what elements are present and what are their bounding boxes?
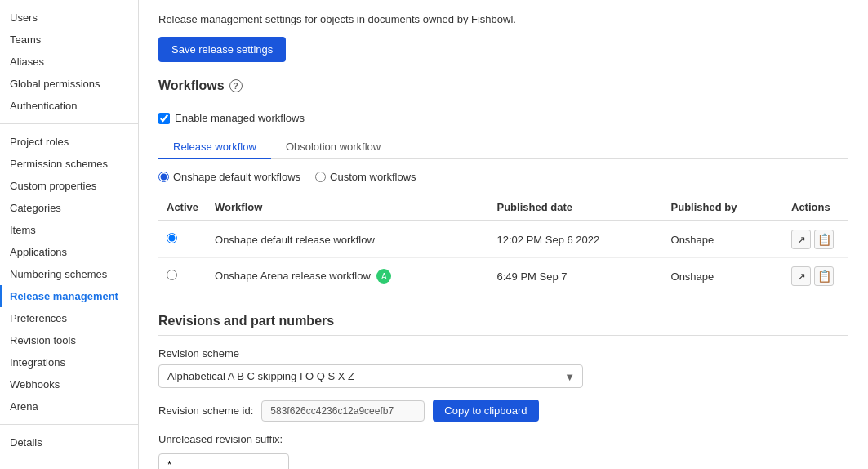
sidebar-divider-2 (0, 424, 138, 425)
row1-active-cell (158, 221, 207, 258)
sidebar-item-revision-tools[interactable]: Revision tools (0, 329, 138, 351)
workflow-table: Active Workflow Published date Published… (158, 194, 848, 294)
sidebar-item-items[interactable]: Items (0, 219, 138, 241)
sidebar-item-arena[interactable]: Arena (0, 395, 138, 418)
revisions-section-title: Revisions and part numbers (158, 314, 848, 328)
custom-workflows-radio[interactable] (315, 172, 326, 182)
sidebar-item-aliases[interactable]: Aliases (0, 51, 138, 73)
arena-icon: A (376, 269, 391, 284)
row1-published-by-cell: Onshape (663, 221, 783, 258)
row2-active-radio[interactable] (167, 270, 177, 280)
sidebar-item-applications[interactable]: Applications (0, 241, 138, 263)
page-description: Release management settings for objects … (158, 13, 848, 25)
main-content: Release management settings for objects … (139, 0, 868, 469)
sidebar: Users Teams Aliases Global permissions A… (0, 0, 139, 469)
row2-action-icons: ↗ 📋 (791, 266, 840, 286)
sidebar-item-numbering-schemes[interactable]: Numbering schemes (0, 263, 138, 285)
sidebar-item-permission-schemes[interactable]: Permission schemes (0, 153, 138, 175)
revisions-section: Revisions and part numbers Revision sche… (158, 314, 848, 469)
row1-copy-icon[interactable]: 📋 (814, 230, 834, 249)
workflow-tabs: Release workflow Obsolotion workflow (158, 136, 848, 159)
row2-workflow-cell: Onshape Arena release workflow A (207, 258, 488, 295)
workflows-help-icon[interactable]: ? (229, 79, 243, 92)
table-row: Onshape Arena release workflow A 6:49 PM… (158, 258, 848, 295)
sidebar-item-global-permissions[interactable]: Global permissions (0, 73, 138, 95)
custom-workflows-radio-label[interactable]: Custom workflows (315, 171, 416, 183)
revision-scheme-id-label: Revision scheme id: (158, 404, 253, 417)
workflows-divider (158, 100, 848, 100)
copy-to-clipboard-button[interactable]: Copy to clipboard (433, 400, 538, 422)
row1-actions-cell: ↗ 📋 (783, 221, 848, 258)
sidebar-divider-1 (0, 123, 138, 124)
col-header-actions: Actions (783, 194, 848, 221)
unreleased-suffix-label: Unreleased revision suffix: (158, 433, 848, 445)
col-header-active: Active (158, 194, 207, 221)
sidebar-item-webhooks[interactable]: Webhooks (0, 373, 138, 395)
tab-release-workflow[interactable]: Release workflow (158, 136, 271, 159)
row2-active-cell (158, 258, 207, 295)
tab-obsolotion-workflow[interactable]: Obsolotion workflow (271, 136, 395, 159)
row2-published-date-cell: 6:49 PM Sep 7 (489, 258, 663, 295)
revisions-divider (158, 335, 848, 336)
row2-published-by-cell: Onshape (663, 258, 783, 295)
row1-published-date-cell: 12:02 PM Sep 6 2022 (489, 221, 663, 258)
revision-scheme-label: Revision scheme (158, 347, 848, 360)
unreleased-suffix-field: Unreleased revision suffix: (158, 433, 848, 469)
onshape-default-radio[interactable] (158, 172, 169, 182)
save-release-settings-button[interactable]: Save release settings (158, 37, 286, 62)
enable-managed-workflows-row: Enable managed workflows (158, 112, 848, 124)
col-header-published-by: Published by (663, 194, 783, 221)
workflows-section: Workflows ? Enable managed workflows Rel… (158, 78, 848, 294)
revision-scheme-select[interactable]: Alphabetical A B C skipping I O Q S X Z … (158, 364, 583, 388)
revision-scheme-select-wrapper: Alphabetical A B C skipping I O Q S X Z … (158, 364, 583, 388)
row1-active-radio[interactable] (167, 233, 177, 243)
col-header-workflow: Workflow (207, 194, 488, 221)
sidebar-item-release-management[interactable]: Release management (0, 285, 138, 307)
sidebar-item-project-roles[interactable]: Project roles (0, 131, 138, 153)
workflows-section-title: Workflows ? (158, 78, 848, 93)
sidebar-item-details[interactable]: Details (0, 431, 138, 453)
enable-managed-workflows-label[interactable]: Enable managed workflows (175, 112, 305, 124)
col-header-published-date: Published date (489, 194, 663, 221)
revision-scheme-id-value: 583f626cc4236c12a9ceefb7 (261, 400, 425, 422)
sidebar-item-users[interactable]: Users (0, 7, 138, 29)
sidebar-item-integrations[interactable]: Integrations (0, 351, 138, 373)
row1-workflow-cell: Onshape default release workflow (207, 221, 488, 258)
row1-action-icons: ↗ 📋 (791, 230, 840, 249)
sidebar-item-teams[interactable]: Teams (0, 29, 138, 51)
sidebar-item-authentication[interactable]: Authentication (0, 95, 138, 117)
workflow-type-radio-row: Onshape default workflows Custom workflo… (158, 171, 848, 183)
unreleased-suffix-input[interactable] (158, 453, 289, 469)
sidebar-item-categories[interactable]: Categories (0, 197, 138, 219)
row2-copy-icon[interactable]: 📋 (814, 266, 834, 286)
table-row: Onshape default release workflow 12:02 P… (158, 221, 848, 258)
sidebar-item-preferences[interactable]: Preferences (0, 307, 138, 329)
revision-scheme-id-row: Revision scheme id: 583f626cc4236c12a9ce… (158, 400, 848, 422)
row2-external-link-icon[interactable]: ↗ (791, 266, 811, 286)
enable-managed-workflows-checkbox[interactable] (158, 113, 170, 124)
row2-actions-cell: ↗ 📋 (783, 258, 848, 295)
onshape-default-radio-label[interactable]: Onshape default workflows (158, 171, 300, 183)
row1-external-link-icon[interactable]: ↗ (791, 230, 811, 249)
sidebar-item-custom-properties[interactable]: Custom properties (0, 175, 138, 197)
